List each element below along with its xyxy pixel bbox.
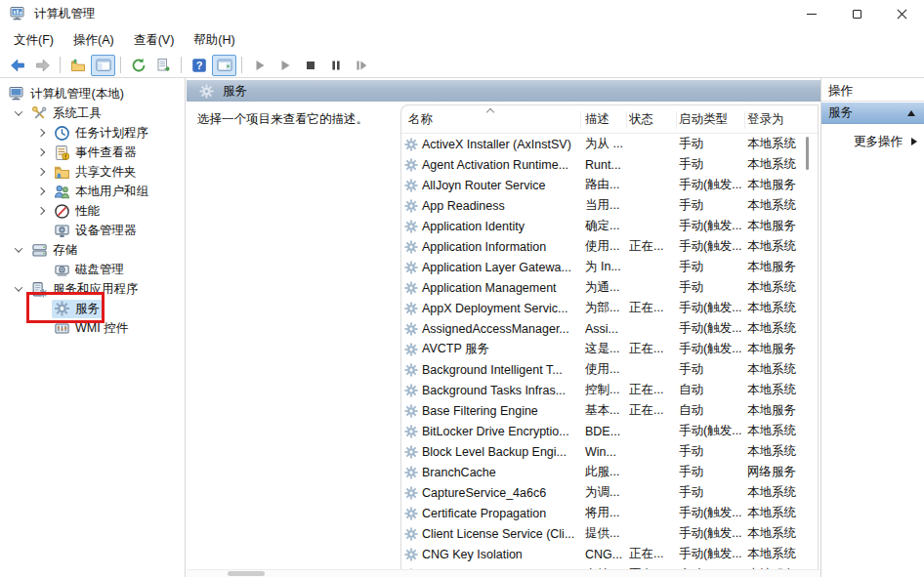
service-description: 使用... bbox=[585, 361, 629, 378]
chevron-right-icon[interactable] bbox=[30, 162, 52, 182]
pause-service-button[interactable] bbox=[323, 55, 348, 76]
column-header-4[interactable]: 登录为 bbox=[747, 111, 784, 128]
close-button[interactable] bbox=[879, 0, 924, 27]
menu-item[interactable]: 文件(F) bbox=[4, 28, 63, 53]
service-row[interactable]: AllJoyn Router Service路由...手动(触发...本地服务 bbox=[401, 175, 818, 195]
horizontal-scrollbar[interactable] bbox=[187, 569, 820, 577]
tree-item-disk-management[interactable]: 磁盘管理 bbox=[0, 260, 185, 279]
service-startup-type: 手动 bbox=[679, 136, 747, 152]
service-gear-icon bbox=[404, 363, 418, 377]
service-name-cell: Client License Service (Cli... bbox=[401, 527, 585, 541]
tree-item-computer[interactable]: 计算机管理(本地) bbox=[0, 84, 185, 103]
column-separator[interactable] bbox=[580, 111, 581, 129]
service-row[interactable]: AppX Deployment Servic...为部...正在...手动(触发… bbox=[401, 298, 818, 318]
service-row[interactable]: Application Layer Gatewa...为 In...手动本地服务 bbox=[401, 257, 818, 277]
service-row[interactable]: Certificate Propagation将用...手动(触发...本地系统 bbox=[401, 503, 818, 523]
service-description: Assi... bbox=[585, 322, 629, 336]
tree-item-local-users[interactable]: 本地用户和组 bbox=[0, 182, 185, 201]
chevron-shape bbox=[15, 107, 22, 115]
column-header-1[interactable]: 描述 bbox=[585, 111, 609, 128]
service-row[interactable]: App Readiness当用...手动本地系统 bbox=[401, 195, 818, 216]
maximize-button[interactable] bbox=[834, 0, 879, 27]
service-startup-type: 手动(触发... bbox=[679, 218, 747, 234]
tree-item-label: 设备管理器 bbox=[75, 223, 137, 239]
service-startup-type: 手动(触发... bbox=[679, 341, 747, 357]
export-list-button[interactable] bbox=[151, 55, 176, 76]
console-tree-toggle-button[interactable] bbox=[91, 55, 115, 76]
column-separator[interactable] bbox=[744, 111, 745, 129]
vertical-scrollbar-thumb[interactable] bbox=[806, 137, 809, 170]
refresh-button[interactable] bbox=[126, 55, 150, 76]
service-row[interactable]: Client License Service (Cli...提供...手动(触发… bbox=[401, 523, 818, 544]
service-name-cell: AllJoyn Router Service bbox=[401, 179, 585, 192]
service-row[interactable]: ActiveX Installer (AxInstSV)为从 ...手动本地系统 bbox=[401, 134, 818, 154]
back-button[interactable] bbox=[5, 55, 29, 76]
computer-management-window: 计算机管理 文件(F)操作(A)查看(V)帮助(H) ? 计算机管理(本地)系统… bbox=[0, 0, 924, 577]
column-header-3[interactable]: 启动类型 bbox=[679, 111, 728, 128]
service-gear-icon bbox=[404, 404, 418, 418]
service-startup-type: 手动(触发... bbox=[679, 423, 747, 439]
service-row[interactable]: Background Intelligent T...使用...手动本地系统 bbox=[401, 359, 818, 380]
service-startup-type: 手动(触发... bbox=[679, 505, 747, 521]
horizontal-scrollbar-thumb[interactable] bbox=[228, 571, 265, 576]
column-header-0[interactable]: 名称 bbox=[408, 111, 433, 128]
more-actions-button[interactable]: 更多操作 bbox=[821, 131, 924, 152]
up-level-folder-icon bbox=[70, 58, 86, 73]
chevron-right-icon[interactable] bbox=[30, 143, 52, 162]
service-row[interactable]: AssignedAccessManager...Assi...手动(触发...本… bbox=[401, 318, 818, 339]
service-gear-icon bbox=[404, 486, 418, 500]
chevron-down-icon[interactable] bbox=[8, 240, 29, 260]
actions-group-header[interactable]: 服务 bbox=[821, 103, 924, 124]
chevron-down-icon[interactable] bbox=[8, 103, 29, 123]
minimize-button[interactable] bbox=[789, 0, 834, 27]
service-row[interactable]: AVCTP 服务这是...正在...手动(触发...本地服务 bbox=[401, 339, 818, 359]
column-separator[interactable] bbox=[676, 111, 677, 129]
tree-item-performance[interactable]: 性能 bbox=[0, 201, 185, 221]
menu-item[interactable]: 帮助(H) bbox=[184, 28, 244, 53]
restart-service-button[interactable] bbox=[349, 55, 373, 76]
forward-button[interactable] bbox=[30, 55, 55, 76]
service-row[interactable]: CNG Key IsolationCNG...正在...手动(触发...本地系统 bbox=[401, 544, 818, 564]
tree-item-device-manager[interactable]: 设备管理器 bbox=[0, 221, 185, 240]
service-row[interactable]: BranchCache此服...手动网络服务 bbox=[401, 462, 818, 482]
chevron-right-icon[interactable] bbox=[30, 123, 52, 143]
tree-item-event-viewer[interactable]: 事件查看器 bbox=[0, 143, 185, 162]
tree-item-system-tools[interactable]: 系统工具 bbox=[0, 103, 185, 123]
refresh-icon bbox=[131, 58, 147, 73]
tree-item-task-scheduler[interactable]: 任务计划程序 bbox=[0, 123, 185, 143]
service-name-cell: Application Layer Gatewa... bbox=[401, 261, 585, 274]
services-pane: 服务 选择一个项目来查看它的描述。 名称描述状态启动类型登录为 ActiveX … bbox=[187, 78, 820, 577]
action-pane-toggle-button[interactable] bbox=[212, 55, 236, 76]
service-row[interactable]: Application Identity确定...手动(触发...本地服务 bbox=[401, 216, 818, 236]
service-gear-icon bbox=[404, 138, 418, 151]
services-list: 名称描述状态启动类型登录为 ActiveX Installer (AxInstS… bbox=[400, 104, 819, 577]
start-service-button[interactable] bbox=[247, 55, 272, 76]
service-row[interactable]: Block Level Backup Engi...Win...手动本地系统 bbox=[401, 441, 818, 462]
menu-item[interactable]: 操作(A) bbox=[63, 28, 124, 53]
service-startup-type: 手动 bbox=[679, 464, 747, 480]
service-row[interactable]: Agent Activation Runtime...Runt...手动本地系统 bbox=[401, 154, 818, 175]
service-row[interactable]: CaptureService_4a6c6为调...手动本地系统 bbox=[401, 482, 818, 503]
computer-icon bbox=[9, 86, 25, 102]
help-button[interactable]: ? bbox=[187, 55, 211, 76]
service-name-cell: Application Management bbox=[401, 281, 585, 295]
service-row[interactable]: Application Information使用...正在...手动(触发..… bbox=[401, 236, 818, 257]
menu-item[interactable]: 查看(V) bbox=[124, 28, 185, 53]
service-name: AppX Deployment Servic... bbox=[422, 302, 567, 315]
service-status: 正在... bbox=[629, 382, 679, 398]
service-row[interactable]: BitLocker Drive Encryptio...BDE...手动(触发.… bbox=[401, 421, 818, 441]
up-level-folder-button[interactable] bbox=[65, 55, 90, 76]
tree-item-shared-folders[interactable]: 共享文件夹 bbox=[0, 162, 185, 182]
service-row[interactable]: Background Tasks Infras...控制...正在...自动本地… bbox=[401, 380, 818, 400]
chevron-right-icon[interactable] bbox=[30, 201, 52, 221]
stop-service-button[interactable] bbox=[298, 55, 322, 76]
tree-item-content: 事件查看器 bbox=[52, 144, 141, 162]
service-row[interactable]: Base Filtering Engine基本...正在...自动本地服务 bbox=[401, 400, 818, 421]
resume-service-button[interactable] bbox=[273, 55, 297, 76]
chevron-right-icon[interactable] bbox=[30, 182, 52, 201]
column-separator[interactable] bbox=[626, 111, 627, 129]
tree-item-storage[interactable]: 存储 bbox=[0, 240, 185, 260]
column-header-2[interactable]: 状态 bbox=[629, 111, 653, 128]
service-row[interactable]: Application Management为通...手动本地系统 bbox=[401, 277, 818, 298]
service-startup-type: 自动 bbox=[679, 402, 747, 419]
